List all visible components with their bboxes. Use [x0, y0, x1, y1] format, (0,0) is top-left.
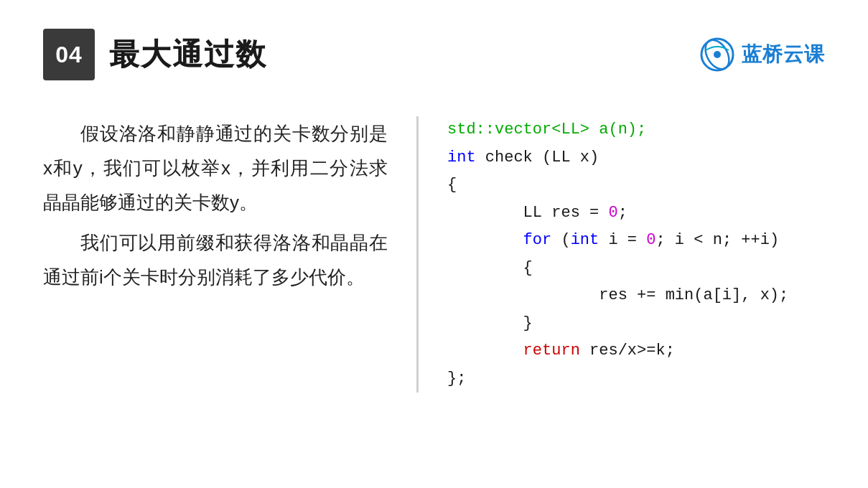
- code-line-7: res += min(a[i], x);: [447, 282, 825, 310]
- paragraph-1: 假设洛洛和静静通过的关卡数分别是x和y，我们可以枚举x，并利用二分法求晶晶能够通…: [43, 116, 388, 220]
- code-line-4: LL res = 0;: [447, 200, 825, 227]
- header: 04 最大通过数 蓝桥云课: [43, 29, 825, 80]
- code-line-2: int check (LL x): [447, 144, 825, 172]
- divider: [416, 116, 419, 393]
- header-left: 04 最大通过数: [43, 29, 267, 80]
- page-title: 最大通过数: [109, 34, 267, 75]
- code-area: std::vector<LL> a(n); int check (LL x) {…: [447, 109, 825, 393]
- paragraph-2: 我们可以用前缀和获得洛洛和晶晶在通过前i个关卡时分别消耗了多少代价。: [43, 225, 388, 294]
- logo-icon: [699, 36, 736, 73]
- text-area: 假设洛洛和静静通过的关卡数分别是x和y，我们可以枚举x，并利用二分法求晶晶能够通…: [43, 109, 388, 300]
- code-line-8: }: [447, 310, 825, 338]
- code-line-1: std::vector<LL> a(n);: [447, 116, 825, 144]
- code-line-10: };: [447, 365, 825, 393]
- code-line-5: for (int i = 0; i < n; ++i): [447, 227, 825, 255]
- svg-point-2: [714, 51, 721, 58]
- code-line-6: {: [447, 255, 825, 283]
- main-content: 假设洛洛和静静通过的关卡数分别是x和y，我们可以枚举x，并利用二分法求晶晶能够通…: [43, 109, 825, 393]
- code-line-9: return res/x>=k;: [447, 337, 825, 365]
- logo-text: 蓝桥云课: [742, 41, 825, 68]
- slide: 04 最大通过数 蓝桥云课 假设洛洛和静静通过的关卡数分别是x和y，我们可以枚举…: [0, 0, 868, 488]
- code-line-3: {: [447, 172, 825, 200]
- logo: 蓝桥云课: [699, 36, 825, 73]
- number-badge: 04: [43, 29, 95, 80]
